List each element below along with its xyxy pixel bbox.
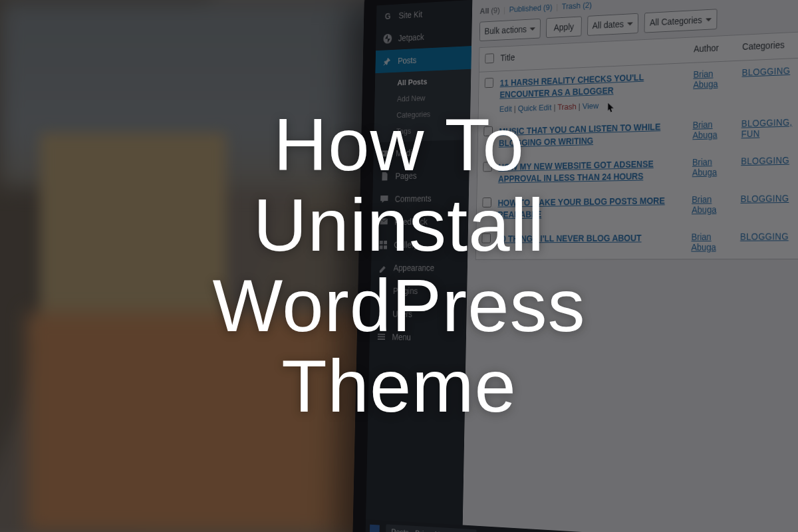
headline-text: How To Uninstall WordPress Theme — [0, 0, 798, 532]
